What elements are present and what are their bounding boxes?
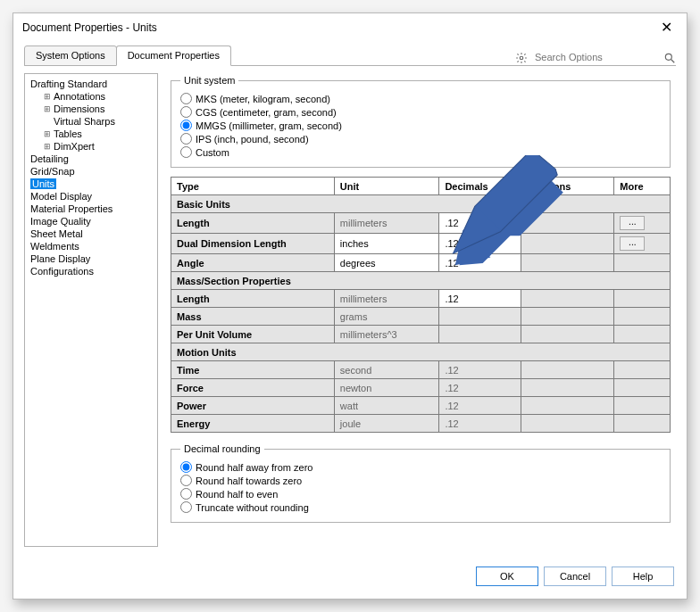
tree-weldments[interactable]: Weldments xyxy=(27,240,155,252)
tree-annotations[interactable]: ⊞Annotations xyxy=(27,90,155,103)
row-time: Time second .12 xyxy=(171,361,671,379)
svg-point-0 xyxy=(520,56,523,60)
col-fractions: Fractions xyxy=(521,178,613,195)
svg-line-2 xyxy=(671,59,675,62)
col-unit: Unit xyxy=(334,178,439,195)
search-icon[interactable] xyxy=(663,52,676,64)
section-mass: Mass/Section Properties xyxy=(171,272,671,290)
row-energy: Energy joule .12 xyxy=(171,415,671,433)
tab-document-properties[interactable]: Document Properties xyxy=(116,45,231,66)
expand-icon[interactable]: ⊞ xyxy=(43,129,52,138)
titlebar: Document Properties - Units ✕ xyxy=(13,13,687,40)
radio-round-away[interactable]: Round half away from zero xyxy=(180,461,661,473)
row-mass-length: Length millimeters .12 xyxy=(171,290,671,308)
cancel-button[interactable]: Cancel xyxy=(544,567,606,586)
tree-dimensions[interactable]: ⊞Dimensions xyxy=(27,103,155,115)
row-angle: Angle degrees .12 xyxy=(171,254,671,272)
radio-round-towards[interactable]: Round half towards zero xyxy=(180,475,661,486)
tree-detailing[interactable]: Detailing xyxy=(27,153,155,165)
expand-icon[interactable]: ⊞ xyxy=(43,142,52,151)
row-dual-dimension-length: Dual Dimension Length inches .123 ... xyxy=(171,234,671,254)
tree-model-display[interactable]: Model Display xyxy=(27,190,155,203)
tree-plane-display[interactable]: Plane Display xyxy=(27,252,155,265)
decimal-rounding-group: Decimal rounding Round half away from ze… xyxy=(171,443,671,523)
tab-row: System Options Document Properties xyxy=(13,40,687,66)
radio-round-even[interactable]: Round half to even xyxy=(180,488,661,500)
gear-icon[interactable] xyxy=(515,52,528,64)
section-basic-units: Basic Units xyxy=(171,195,671,213)
units-table-header: Type Unit Decimals Fractions More xyxy=(171,178,671,195)
length-decimals[interactable]: .12 xyxy=(439,213,521,234)
unit-system-legend: Unit system xyxy=(180,75,238,86)
close-icon[interactable]: ✕ xyxy=(655,19,678,37)
mass-length-decimals[interactable]: .12 xyxy=(439,290,521,308)
tab-label: System Options xyxy=(36,50,105,61)
decimal-rounding-legend: Decimal rounding xyxy=(180,443,264,454)
settings-pane: Unit system MKS (meter, kilogram, second… xyxy=(165,73,676,547)
tree-dimxpert[interactable]: ⊞DimXpert xyxy=(27,140,155,153)
svg-point-1 xyxy=(665,54,671,60)
radio-cgs[interactable]: CGS (centimeter, gram, second) xyxy=(180,106,661,118)
category-tree[interactable]: Drafting Standard ⊞Annotations ⊞Dimensio… xyxy=(24,73,158,547)
dialog-footer: OK Cancel Help xyxy=(13,558,687,599)
help-button[interactable]: Help xyxy=(612,567,674,586)
col-type: Type xyxy=(171,178,335,195)
expand-icon[interactable]: ⊞ xyxy=(43,92,52,101)
search-input[interactable] xyxy=(533,51,658,64)
tree-tables[interactable]: ⊞Tables xyxy=(27,128,155,140)
radio-custom[interactable]: Custom xyxy=(180,146,661,158)
tab-system-options[interactable]: System Options xyxy=(24,45,117,66)
tree-configurations[interactable]: Configurations xyxy=(27,265,155,277)
window-title: Document Properties - Units xyxy=(22,21,157,34)
document-properties-dialog: Document Properties - Units ✕ System Opt… xyxy=(12,12,688,600)
tree-grid-snap[interactable]: Grid/Snap xyxy=(27,165,155,178)
tree-material-properties[interactable]: Material Properties xyxy=(27,203,155,215)
radio-ips[interactable]: IPS (inch, pound, second) xyxy=(180,133,661,145)
section-motion: Motion Units xyxy=(171,343,671,361)
search-options xyxy=(515,51,676,66)
radio-mks[interactable]: MKS (meter, kilogram, second) xyxy=(180,93,661,104)
tree-drafting-standard[interactable]: Drafting Standard xyxy=(27,78,155,90)
unit-system-group: Unit system MKS (meter, kilogram, second… xyxy=(171,75,671,168)
tree-virtual-sharps[interactable]: Virtual Sharps xyxy=(27,115,155,128)
radio-truncate[interactable]: Truncate without rounding xyxy=(180,501,661,513)
angle-unit[interactable]: degrees xyxy=(334,254,439,272)
row-force: Force newton .12 xyxy=(171,379,671,397)
dual-more-button[interactable]: ... xyxy=(620,236,645,251)
col-decimals: Decimals xyxy=(439,178,521,195)
row-per-unit-volume: Per Unit Volume millimeters^3 xyxy=(171,326,671,343)
units-table: Type Unit Decimals Fractions More Basic … xyxy=(171,177,671,433)
ok-button[interactable]: OK xyxy=(476,567,538,586)
col-more: More xyxy=(614,178,671,195)
row-power: Power watt .12 xyxy=(171,397,671,415)
expand-icon[interactable]: ⊞ xyxy=(43,104,52,113)
dual-unit[interactable]: inches xyxy=(334,234,439,254)
tab-label: Document Properties xyxy=(128,50,220,61)
angle-decimals[interactable]: .12 xyxy=(439,254,521,272)
tree-image-quality[interactable]: Image Quality xyxy=(27,215,155,227)
radio-mmgs[interactable]: MMGS (millimeter, gram, second) xyxy=(180,120,661,131)
row-mass: Mass grams xyxy=(171,308,671,326)
length-more-button[interactable]: ... xyxy=(620,216,645,230)
tree-units[interactable]: Units xyxy=(27,178,155,190)
dual-decimals[interactable]: .123 xyxy=(439,234,521,254)
tree-sheet-metal[interactable]: Sheet Metal xyxy=(27,227,155,240)
row-length: Length millimeters .12 ... xyxy=(171,213,671,234)
